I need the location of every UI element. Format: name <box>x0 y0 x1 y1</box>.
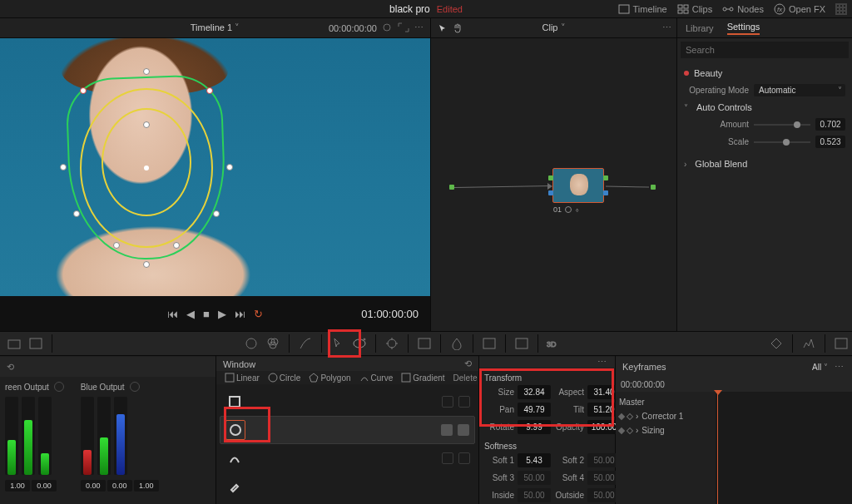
blue-val-1[interactable]: 0.00 <box>81 480 106 492</box>
window-circle-tool[interactable]: Circle <box>265 371 305 384</box>
autocolor-icon[interactable] <box>381 22 393 32</box>
scopes-palette-icon[interactable] <box>798 334 820 353</box>
info-palette-icon[interactable] <box>830 334 852 353</box>
auto-controls-heading[interactable]: Auto Controls <box>696 102 752 112</box>
green-val-1[interactable]: 1.00 <box>5 480 30 492</box>
scale-value[interactable]: 0.523 <box>815 136 845 148</box>
blue-output-label: Blue Output <box>81 383 125 392</box>
panel-reset-icon[interactable]: ⟲ <box>7 362 14 373</box>
hand-tool-icon[interactable] <box>453 23 463 33</box>
step-back-button[interactable]: ◀ <box>186 308 195 320</box>
node-alpha-in[interactable] <box>548 190 553 195</box>
openfx-button[interactable]: fxOpen FX <box>774 3 825 15</box>
color-checker-palette-icon[interactable] <box>25 334 47 353</box>
viewer-options-icon[interactable]: ⋯ <box>414 22 425 33</box>
window-delete-button[interactable]: Delete <box>450 372 481 384</box>
node-alpha-out[interactable] <box>603 190 608 195</box>
nodes-layout-button[interactable]: Nodes <box>722 4 764 14</box>
window-item-picker[interactable] <box>220 472 475 501</box>
svg-rect-25 <box>483 338 495 348</box>
window-item-curve[interactable] <box>220 444 475 472</box>
soft4-label: Soft 4 <box>554 473 584 482</box>
first-frame-button[interactable]: ⏮ <box>167 308 178 320</box>
svg-rect-24 <box>419 338 430 348</box>
blue-reset-icon[interactable] <box>130 382 140 392</box>
blue-val-2[interactable]: 0.00 <box>107 480 132 492</box>
workspace-grid-icon[interactable] <box>835 3 847 15</box>
play-button[interactable]: ▶ <box>218 308 226 320</box>
expand-icon[interactable] <box>398 22 409 32</box>
last-frame-button[interactable]: ⏭ <box>235 308 245 320</box>
clip-dropdown[interactable]: Clip <box>542 22 565 33</box>
green-reset-icon[interactable] <box>54 382 64 392</box>
timeline-name-dropdown[interactable]: Timeline 1 <box>191 22 240 33</box>
keyframe-palette-icon[interactable] <box>765 334 787 353</box>
sizing-palette-icon[interactable] <box>511 334 532 353</box>
keyframes-options-icon[interactable]: ⋯ <box>835 362 845 373</box>
blue-slider-2[interactable] <box>97 397 111 475</box>
viewer-timecode[interactable]: 01:00:00:00 <box>361 308 419 320</box>
stop-button[interactable]: ■ <box>203 308 210 320</box>
node-view-options-icon[interactable]: ⋯ <box>662 22 671 33</box>
corrector-node[interactable]: 01⬨ <box>552 168 604 203</box>
global-blend-heading[interactable]: Global Blend <box>695 159 747 169</box>
key-palette-icon[interactable] <box>478 334 500 353</box>
window-mask-icon[interactable] <box>442 396 453 408</box>
keyframe-track-sizing[interactable]: ›Sizing <box>619 423 712 437</box>
keyframe-playhead[interactable] <box>717 392 718 504</box>
amount-value[interactable]: 0.702 <box>815 118 845 131</box>
node-rgb-in[interactable] <box>548 175 553 180</box>
window-invert-icon[interactable] <box>458 424 469 436</box>
operating-mode-dropdown[interactable]: Automatic <box>754 84 845 96</box>
transform-options-icon[interactable]: ⋯ <box>597 357 608 368</box>
blur-palette-icon[interactable] <box>446 334 468 353</box>
keyframe-track-master[interactable]: Master <box>619 395 712 409</box>
blue-slider-1[interactable] <box>81 397 94 475</box>
green-slider-3[interactable] <box>38 397 52 475</box>
title-bar: black pro Edited Timeline Clips Nodes fx… <box>0 0 852 18</box>
svg-rect-29 <box>225 373 234 382</box>
timeline-layout-button[interactable]: Timeline <box>618 4 667 14</box>
rgb-mixer-palette-icon[interactable] <box>262 334 284 353</box>
viewer-image[interactable] <box>0 38 430 296</box>
blue-val-3[interactable]: 1.00 <box>134 480 159 492</box>
keyframe-track-corrector1[interactable]: ›Corrector 1 <box>619 409 712 423</box>
svg-text:3D: 3D <box>547 340 557 348</box>
curves-palette-icon[interactable] <box>295 334 316 353</box>
camera-raw-palette-icon[interactable] <box>3 334 25 353</box>
window-gradient-tool[interactable]: Gradient <box>398 371 448 384</box>
window-curve-tool[interactable]: Curve <box>356 371 397 384</box>
window-invert-icon[interactable] <box>458 396 470 408</box>
window-polygon-tool[interactable]: Polygon <box>305 371 354 384</box>
loop-button[interactable]: ↻ <box>254 308 263 320</box>
green-slider-2[interactable] <box>22 397 35 475</box>
graph-output-port[interactable] <box>651 185 656 190</box>
magic-mask-palette-icon[interactable] <box>414 334 435 353</box>
window-linear-tool[interactable]: Linear <box>221 371 263 384</box>
soft1-value[interactable]: 5.43 <box>518 453 551 467</box>
green-slider-1[interactable] <box>5 397 18 475</box>
tracking-palette-icon[interactable] <box>381 334 403 353</box>
amount-slider[interactable] <box>754 124 810 126</box>
color-wheels-palette-icon[interactable] <box>240 334 262 353</box>
green-val-2[interactable]: 0.00 <box>32 480 57 492</box>
inspector-search-input[interactable] <box>681 42 849 58</box>
library-tab[interactable]: Library <box>686 23 714 33</box>
node-rgb-out[interactable] <box>603 175 608 180</box>
node-graph[interactable]: 01⬨ <box>431 38 677 331</box>
window-mask-icon[interactable] <box>441 424 453 436</box>
scale-slider[interactable] <box>754 141 810 143</box>
pointer-tool-icon[interactable] <box>438 23 448 33</box>
clips-layout-button[interactable]: Clips <box>677 4 712 14</box>
window-mask-icon[interactable] <box>442 452 453 464</box>
keyframes-all-dropdown[interactable]: All <box>812 363 828 372</box>
keyframe-timeline[interactable] <box>716 392 852 504</box>
window-reset-icon[interactable]: ⟲ <box>464 358 472 369</box>
settings-tab[interactable]: Settings <box>727 22 760 35</box>
3d-palette-icon[interactable]: 3D <box>543 334 565 353</box>
effect-enable-dot[interactable] <box>684 71 689 76</box>
soft3-value: 50.00 <box>518 471 551 485</box>
blue-slider-3[interactable] <box>114 397 127 475</box>
window-invert-icon[interactable] <box>458 452 470 464</box>
project-status: Edited <box>437 4 463 14</box>
